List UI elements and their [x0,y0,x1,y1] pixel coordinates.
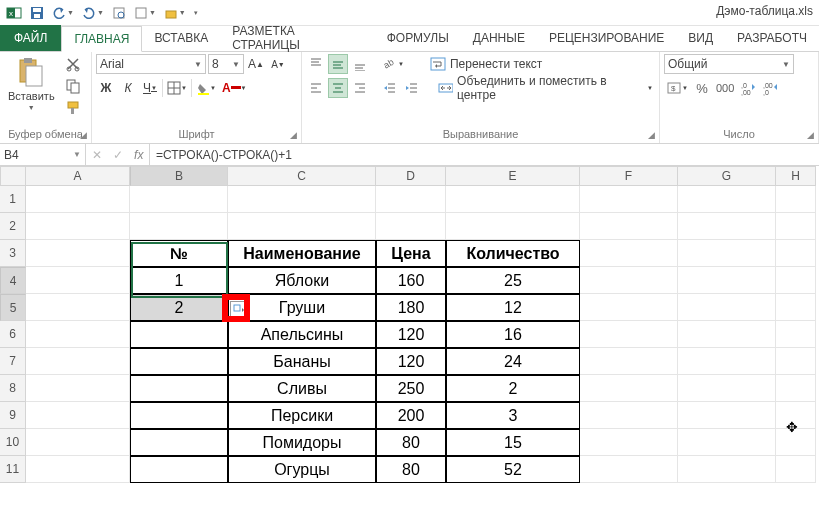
cell[interactable] [580,402,678,429]
cell[interactable] [678,429,776,456]
merge-center-button[interactable]: Объединить и поместить в центре ▼ [436,78,655,98]
cell[interactable] [26,186,130,213]
undo-button[interactable]: ▼ [50,6,76,20]
cell[interactable]: 24 [446,348,580,375]
cell[interactable]: Апельсины [228,321,376,348]
percent-button[interactable]: % [692,78,712,98]
cell[interactable]: 120 [376,348,446,375]
cell[interactable]: 200 [376,402,446,429]
qat-open-button[interactable]: ▼ [162,6,188,20]
cell[interactable] [26,429,130,456]
col-header-A[interactable]: A [26,166,130,186]
redo-button[interactable]: ▼ [80,6,106,20]
cell[interactable]: 180 [376,294,446,321]
cell[interactable] [580,267,678,294]
cut-button[interactable] [63,54,83,74]
chevron-down-icon[interactable]: ▼ [179,9,186,16]
qat-preview-button[interactable] [110,6,128,20]
cell[interactable]: Бананы [228,348,376,375]
cell[interactable] [130,402,228,429]
cell[interactable] [130,186,228,213]
row-header[interactable]: 4 [0,267,26,294]
cell[interactable] [580,294,678,321]
col-header-D[interactable]: D [376,166,446,186]
col-header-G[interactable]: G [678,166,776,186]
dialog-launcher-icon[interactable]: ◢ [807,130,814,140]
cell[interactable] [776,294,816,321]
chevron-down-icon[interactable]: ▼ [97,9,104,16]
cell[interactable] [580,240,678,267]
cell[interactable] [776,348,816,375]
cell[interactable] [130,375,228,402]
align-bottom-button[interactable] [350,54,370,74]
cell[interactable]: 80 [376,456,446,483]
cell[interactable]: 1 [130,267,228,294]
cell[interactable] [26,348,130,375]
row-header[interactable]: 1 [0,186,26,213]
cell[interactable]: Помидоры [228,429,376,456]
cell[interactable] [26,456,130,483]
underline-button[interactable]: Ч▼ [140,78,160,98]
cell[interactable] [26,213,130,240]
increase-font-button[interactable]: A▲ [246,54,266,74]
col-header-B[interactable]: B [130,166,228,186]
cell[interactable]: 3 [446,402,580,429]
cell[interactable] [678,267,776,294]
cell[interactable] [580,186,678,213]
fill-color-button[interactable]: ▼ [194,78,218,98]
col-header-H[interactable]: H [776,166,816,186]
increase-decimal-button[interactable]: ,0,00 [738,78,758,98]
cell[interactable]: Огурцы [228,456,376,483]
cell[interactable] [580,429,678,456]
cell[interactable] [776,186,816,213]
row-header[interactable]: 6 [0,321,26,348]
chevron-down-icon[interactable]: ▼ [28,104,35,111]
cell[interactable] [228,213,376,240]
decrease-decimal-button[interactable]: ,00,0 [760,78,780,98]
cell[interactable] [26,402,130,429]
cell[interactable] [678,348,776,375]
decrease-indent-button[interactable] [380,78,400,98]
name-box[interactable]: B4 ▼ [0,144,86,166]
cell[interactable]: 12 [446,294,580,321]
cell[interactable] [26,375,130,402]
cell[interactable]: 160 [376,267,446,294]
number-format-select[interactable]: Общий▼ [664,54,794,74]
cell[interactable]: Груши [228,294,376,321]
cell[interactable] [776,213,816,240]
row-header[interactable]: 2 [0,213,26,240]
tab-insert[interactable]: ВСТАВКА [142,25,220,51]
qat-new-button[interactable]: ▼ [132,6,158,20]
align-left-button[interactable] [306,78,326,98]
cell[interactable]: Персики [228,402,376,429]
cell[interactable] [678,375,776,402]
cell[interactable] [776,240,816,267]
cell[interactable]: Цена [376,240,446,267]
cell[interactable]: 16 [446,321,580,348]
formula-input[interactable]: =СТРОКА()-СТРОКА()+1 [150,148,819,162]
cell[interactable] [580,321,678,348]
chevron-down-icon[interactable]: ▼ [149,9,156,16]
cell[interactable] [678,213,776,240]
cell[interactable] [678,240,776,267]
row-header[interactable]: 3 [0,240,26,267]
cell[interactable] [446,213,580,240]
cell[interactable] [580,213,678,240]
paste-button[interactable]: Вставить ▼ [4,54,59,113]
row-header[interactable]: 11 [0,456,26,483]
align-top-button[interactable] [306,54,326,74]
tab-developer[interactable]: РАЗРАБОТЧ [725,25,819,51]
cell[interactable] [446,186,580,213]
align-middle-button[interactable] [328,54,348,74]
dialog-launcher-icon[interactable]: ◢ [648,130,655,140]
cell[interactable] [228,186,376,213]
cell[interactable] [26,321,130,348]
cell[interactable] [776,375,816,402]
border-button[interactable]: ▼ [165,78,189,98]
cell[interactable]: Количество [446,240,580,267]
cell[interactable]: 80 [376,429,446,456]
chevron-down-icon[interactable]: ▼ [73,150,81,159]
dialog-launcher-icon[interactable]: ◢ [290,130,297,140]
tab-review[interactable]: РЕЦЕНЗИРОВАНИЕ [537,25,676,51]
cell[interactable] [26,294,130,321]
